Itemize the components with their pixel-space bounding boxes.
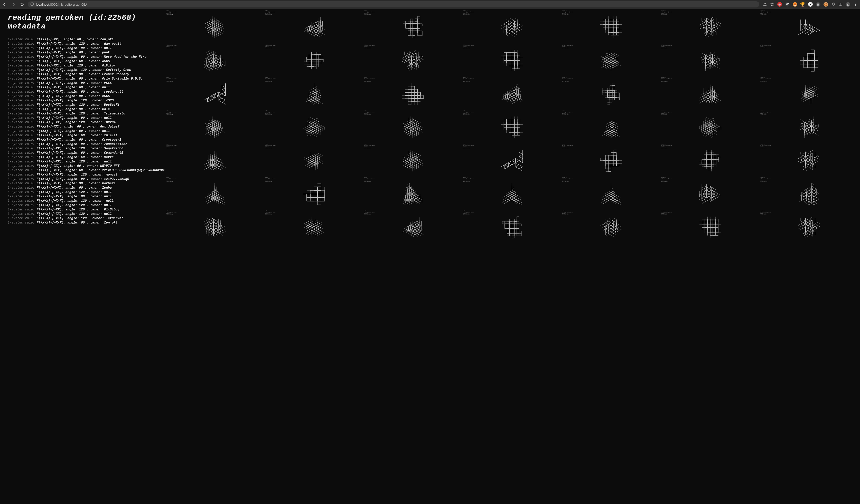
- rule-row: L-system rule: F[-X-X]-[-X-X], angle: 90…: [8, 194, 159, 199]
- rule-row: L-system rule: F[+X-X]-[-X-X], angle: 90…: [8, 142, 159, 147]
- thumbnail-cell[interactable]: Token # F[+XX]-[+XX] a:60 owner:... iter…: [760, 110, 858, 143]
- share-icon[interactable]: [763, 2, 767, 6]
- thumbnail-cell[interactable]: Token # F[+XX]-[+XX] a:60 owner:... iter…: [363, 76, 462, 109]
- menu-icon[interactable]: [853, 2, 857, 6]
- back-button[interactable]: [3, 2, 7, 6]
- rule-row: L-system rule: F[+X-X]-[+X-X], angle: 60…: [8, 221, 159, 225]
- rule-row: L-system rule: F[+X-X]-[-X-X], angle: 12…: [8, 99, 159, 103]
- thumbnail-cell[interactable]: Token # F[+XX]-[+XX] a:60 owner:... iter…: [661, 43, 760, 76]
- thumbnail-cell[interactable]: Token # F[+XX]-[+XX] a:60 owner:... iter…: [562, 43, 660, 76]
- extension-icon[interactable]: ✕: [808, 2, 813, 7]
- thumbnail-cell[interactable]: Token # F[+XX]-[+XX] a:60 owner:... iter…: [760, 177, 858, 209]
- thumbnail-cell[interactable]: Token # F[+XX]-[+XX] a:60 owner:... iter…: [363, 143, 462, 176]
- thumbnail-cell[interactable]: Token # F[+XX]-[+XX] a:60 owner:... iter…: [661, 10, 760, 43]
- thumbnail-cell[interactable]: Token # F[+XX]-[+XX] a:60 owner:... iter…: [166, 110, 264, 143]
- thumbnail-cell[interactable]: Token # F[+XX]-[+XX] a:60 owner:... iter…: [661, 143, 760, 176]
- rule-row: L-system rule: F[+X-X]-[-X-X], angle: 90…: [8, 55, 159, 59]
- thumbnail-cell[interactable]: Token # F[+XX]-[+XX] a:60 owner:... iter…: [562, 177, 660, 209]
- extension-icon[interactable]: ▦: [816, 2, 820, 7]
- thumbnail-cell[interactable]: Token # F[+XX]-[+XX] a:60 owner:... iter…: [562, 76, 660, 109]
- svg-point-7: [855, 5, 856, 6]
- thumbnail-cell[interactable]: Token # F[+XX]-[+XX] a:60 owner:... iter…: [760, 10, 858, 43]
- thumbnail-cell[interactable]: Token # F[+XX]-[+XX] a:60 owner:... iter…: [264, 10, 363, 43]
- metadata-panel: reading gentoken (id:22568) metadata L-s…: [0, 9, 164, 504]
- thumbnail-cell[interactable]: Token # F[+XX]-[+XX] a:60 owner:... iter…: [760, 143, 858, 176]
- thumbnail-cell[interactable]: Token # F[+XX]-[+XX] a:60 owner:... iter…: [463, 43, 561, 76]
- rule-row: L-system rule: F[+X-X]-[+X+X], angle: 12…: [8, 216, 159, 221]
- panel-icon[interactable]: [838, 2, 843, 6]
- rules-list: L-system rule: F[+XX]-[+XX], angle: 60 ,…: [8, 38, 159, 225]
- thumbnail-cell[interactable]: Token # F[+XX]-[+XX] a:60 owner:... iter…: [264, 43, 363, 76]
- thumbnail-cell[interactable]: Token # F[+XX]-[+XX] a:60 owner:... iter…: [264, 210, 363, 243]
- thumbnail-cell[interactable]: Token # F[+XX]-[+XX] a:60 owner:... iter…: [363, 43, 462, 76]
- thumbnail-cell[interactable]: Token # F[+XX]-[+XX] a:60 owner:... iter…: [264, 76, 363, 109]
- rule-row: L-system rule: F[-XX]-[+X+X], angle: 60 …: [8, 59, 159, 64]
- extension-icon[interactable]: ◉: [777, 2, 782, 7]
- bookmark-icon[interactable]: [770, 2, 774, 6]
- rule-row: L-system rule: F[+X-X]-[-X-X], angle: 60…: [8, 90, 159, 94]
- thumbnail-cell[interactable]: Token # F[+XX]-[+XX] a:60 owner:... iter…: [363, 210, 462, 243]
- thumbnail-cell[interactable]: Token # F[+XX]-[+XX] a:60 owner:... iter…: [562, 143, 660, 176]
- rule-row: L-system rule: F[-XX]-[+X+X], angle: 60 …: [8, 77, 159, 81]
- thumbnail-cell[interactable]: Token # F[+XX]-[+XX] a:60 owner:... iter…: [661, 177, 760, 209]
- thumbnail-cell[interactable]: Token # F[+XX]-[+XX] a:60 owner:... iter…: [264, 110, 363, 143]
- toolbar-extensions: ◉ W 🦊 🏆 ✕ ▦ 🍪 ◐: [763, 2, 857, 7]
- thumbnail-cell[interactable]: Token # F[+XX]-[+XX] a:60 owner:... iter…: [463, 110, 561, 143]
- rule-row: L-system rule: F[+X-X]-[+X+X], angle: 90…: [8, 46, 159, 50]
- thumbnail-cell[interactable]: Token # F[+XX]-[+XX] a:60 owner:... iter…: [760, 76, 858, 109]
- thumbnail-cell[interactable]: Token # F[+XX]-[+XX] a:60 owner:... iter…: [166, 177, 264, 209]
- thumbnail-cell[interactable]: Token # F[+XX]-[+XX] a:60 owner:... iter…: [363, 110, 462, 143]
- extension-icon[interactable]: 🦊: [793, 2, 797, 7]
- rule-row: L-system rule: F[+X+X]-[-XX], angle: 120…: [8, 212, 159, 216]
- svg-point-6: [855, 4, 856, 5]
- forward-button[interactable]: [11, 2, 15, 6]
- profile-avatar[interactable]: ◐: [846, 2, 850, 7]
- site-info-icon[interactable]: [30, 2, 34, 7]
- thumbnail-cell[interactable]: Token # F[+XX]-[+XX] a:60 owner:... iter…: [363, 177, 462, 209]
- thumbnail-cell[interactable]: Token # F[+XX]-[+XX] a:60 owner:... iter…: [562, 10, 660, 43]
- address-bar[interactable]: localhost:8000/microsite-graphQL/: [28, 1, 759, 8]
- svg-rect-3: [839, 3, 842, 6]
- thumbnail-cell[interactable]: Token # F[+XX]-[+XX] a:60 owner:... iter…: [562, 210, 660, 243]
- rule-row: L-system rule: F[+XX]-[+X-X], angle: 60 …: [8, 86, 159, 90]
- page-content: reading gentoken (id:22568) metadata L-s…: [0, 9, 860, 504]
- thumbnail-cell[interactable]: Token # F[+XX]-[+XX] a:60 owner:... iter…: [166, 143, 264, 176]
- thumbnail-cell[interactable]: Token # F[+XX]-[+XX] a:60 owner:... iter…: [463, 76, 561, 109]
- extension-icon[interactable]: 🏆: [800, 2, 805, 7]
- rule-row: L-system rule: F[+X+X]-[+X-X], angle: 12…: [8, 199, 159, 203]
- nav-buttons: [3, 2, 24, 6]
- extension-icon[interactable]: 🍪: [823, 2, 828, 7]
- rule-row: L-system rule: F[+XX]-[+X+X], angle: 60 …: [8, 138, 159, 142]
- rule-row: L-system rule: F[+X-X]-[-X-X], angle: 12…: [8, 173, 159, 177]
- rule-row: L-system rule: F[+X-X]-[+XX], angle: 120…: [8, 160, 159, 164]
- thumbnail-cell[interactable]: Token # F[+XX]-[+XX] a:60 owner:... iter…: [661, 110, 760, 143]
- rule-row: L-system rule: F[-X-X]-[+XX], angle: 120…: [8, 147, 159, 151]
- rule-row: L-system rule: F[+X-X]-[+X-X], angle: 12…: [8, 68, 159, 72]
- thumbnail-cell[interactable]: Token # F[+XX]-[+XX] a:60 owner:... iter…: [463, 177, 561, 209]
- rule-row: L-system rule: F[+X+X]-[-X-X], angle: 60…: [8, 133, 159, 138]
- thumbnail-cell[interactable]: Token # F[+XX]-[+XX] a:60 owner:... iter…: [363, 10, 462, 43]
- thumbnail-cell[interactable]: Token # F[+XX]-[+XX] a:60 owner:... iter…: [463, 143, 561, 176]
- rule-row: L-system rule: F[-XX]-[+X-X], angle: 90 …: [8, 107, 159, 112]
- rule-row: L-system rule: F[-XX]-[+X+X], angle: 120…: [8, 112, 159, 116]
- extensions-icon[interactable]: [831, 2, 835, 6]
- thumbnail-cell[interactable]: Token # F[+XX]-[+XX] a:60 owner:... iter…: [166, 10, 264, 43]
- rule-row: L-system rule: F[+XX]-[+X+X], angle: 90 …: [8, 72, 159, 77]
- thumbnail-cell[interactable]: Token # F[+XX]-[+XX] a:60 owner:... iter…: [166, 43, 264, 76]
- thumbnail-cell[interactable]: Token # F[+XX]-[+XX] a:60 owner:... iter…: [463, 210, 561, 243]
- thumbnail-cell[interactable]: Token # F[+XX]-[+XX] a:60 owner:... iter…: [661, 76, 760, 109]
- thumbnail-cell[interactable]: Token # F[+XX]-[+XX] a:60 owner:... iter…: [166, 210, 264, 243]
- extension-icon[interactable]: W: [785, 2, 790, 7]
- reload-button[interactable]: [20, 2, 24, 6]
- rule-row: L-system rule: F[-XX]-[-X-X], angle: 120…: [8, 42, 159, 46]
- thumbnail-cell[interactable]: Token # F[+XX]-[+XX] a:60 owner:... iter…: [463, 10, 561, 43]
- rule-row: L-system rule: F[+XX]-[+XX], angle: 60 ,…: [8, 38, 159, 42]
- thumbnail-cell[interactable]: Token # F[+XX]-[+XX] a:60 owner:... iter…: [264, 177, 363, 209]
- rule-row: L-system rule: F[+X-X]-[+XX], angle: 120…: [8, 120, 159, 125]
- thumbnail-cell[interactable]: Token # F[+XX]-[+XX] a:60 owner:... iter…: [264, 143, 363, 176]
- thumbnail-cell[interactable]: Token # F[+XX]-[+XX] a:60 owner:... iter…: [166, 76, 264, 109]
- thumbnail-cell[interactable]: Token # F[+XX]-[+XX] a:60 owner:... iter…: [760, 210, 858, 243]
- thumbnail-cell[interactable]: Token # F[+XX]-[+XX] a:60 owner:... iter…: [760, 43, 858, 76]
- thumbnail-cell[interactable]: Token # F[+XX]-[+XX] a:60 owner:... iter…: [661, 210, 760, 243]
- thumbnail-cell[interactable]: Token # F[+XX]-[+XX] a:60 owner:... iter…: [562, 110, 660, 143]
